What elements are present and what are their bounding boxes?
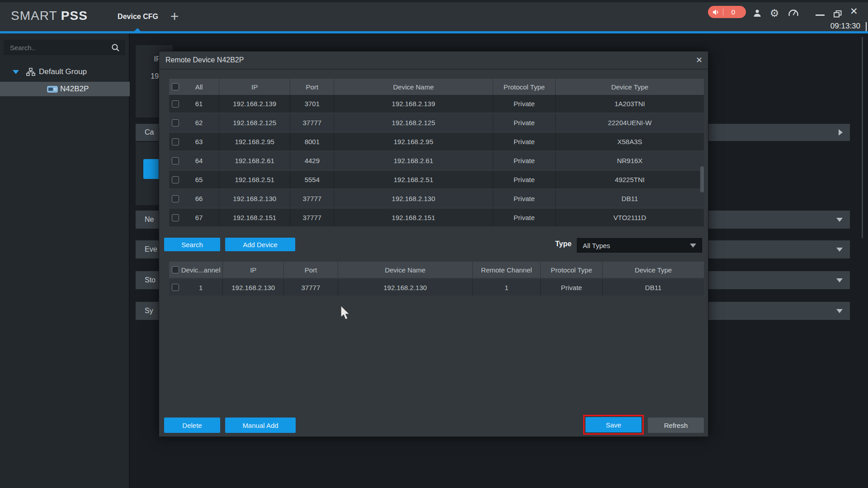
cell-type: NR916X [555, 152, 704, 169]
alarm-badge[interactable]: 0 [708, 6, 746, 18]
header-cell: IP [222, 262, 283, 278]
remote-device-dialog: Remote Device N42B2P ✕ AllIPPortDevice N… [159, 51, 708, 437]
header-cell: Remote Channel [472, 262, 540, 278]
dialog-close-icon[interactable]: ✕ [696, 55, 703, 65]
row-checkbox[interactable] [172, 119, 179, 127]
header-cell: Devic...annel [169, 262, 222, 278]
cell-ip: 192.168.2.151 [219, 209, 290, 226]
table-row[interactable]: 66192.168.2.13037777192.168.2.130Private… [169, 190, 704, 209]
table-row[interactable]: 67192.168.2.15137777192.168.2.151Private… [169, 209, 704, 228]
user-icon[interactable] [751, 7, 763, 19]
minimize-button[interactable] [816, 14, 825, 16]
cell-port: 37777 [290, 190, 334, 207]
select-all-checkbox[interactable] [172, 83, 179, 90]
chevron-down-icon[interactable] [836, 278, 843, 282]
sidebar-item-device-n42b2p[interactable]: N42B2P [0, 82, 130, 96]
cell-ip: 192.168.2.61 [219, 152, 290, 169]
header-cell: Port [290, 79, 334, 95]
cell-port: 8001 [290, 133, 334, 150]
header-label: All [179, 83, 219, 91]
delete-button[interactable]: Delete [164, 418, 220, 433]
dialog-title: Remote Device N42B2P [165, 56, 244, 64]
sidebar-item-default-group[interactable]: Default Group [0, 63, 130, 80]
cell-port: 37777 [290, 209, 334, 226]
save-button[interactable]: Save [585, 417, 642, 432]
table-row[interactable]: 62192.168.2.12537777192.168.2.125Private… [169, 114, 704, 133]
device-label: N42B2P [60, 84, 89, 94]
table-scrollbar-thumb[interactable] [700, 166, 704, 192]
cell-protocol: Private [493, 209, 555, 226]
edge-scroll-mark [866, 22, 867, 32]
row-checkbox[interactable] [172, 214, 179, 221]
table-row[interactable]: 65192.168.2.515554192.168.2.51Private492… [169, 171, 704, 190]
panel-network-label: Ne [145, 216, 154, 224]
chevron-right-icon[interactable] [839, 129, 843, 136]
panel-camera-label: Ca [145, 128, 154, 136]
cell-label: 67 [179, 214, 219, 221]
cell-protocol: Private [493, 152, 555, 169]
tab-device-cfg[interactable]: Device CFG [108, 2, 167, 31]
search-icon[interactable] [111, 43, 120, 52]
cell-no: 61 [169, 95, 219, 113]
page-scrollbar[interactable] [862, 37, 863, 238]
refresh-button[interactable]: Refresh [648, 418, 704, 433]
row-checkbox[interactable] [172, 100, 179, 108]
search-input[interactable]: Search.. [4, 40, 125, 55]
select-all-checkbox[interactable] [172, 266, 179, 273]
cell-name: 192.168.2.95 [334, 133, 492, 150]
row-checkbox[interactable] [172, 176, 179, 183]
cell-ip: 192.168.2.130 [219, 190, 290, 207]
header-cell: IP [219, 79, 290, 95]
cell-ip: 192.168.2.125 [219, 114, 290, 131]
device-tree-sidebar: Search.. Default Group N42B2P [0, 33, 130, 488]
tab-label: Device CFG [118, 13, 158, 21]
new-tab-button[interactable]: + [166, 7, 183, 26]
table-row[interactable]: 1192.168.2.13037777192.168.2.1301Private… [169, 279, 704, 296]
table-row[interactable]: 63192.168.2.958001192.168.2.95PrivateX58… [169, 133, 704, 152]
cell-label: 62 [179, 119, 219, 127]
nvr-device-icon [47, 86, 58, 93]
search-button[interactable]: Search [164, 238, 220, 251]
cell-name: 192.168.2.51 [334, 171, 492, 188]
cell-remote: 1 [472, 279, 540, 296]
title-bar: SMART PSS Device CFG + 0 ⚙ ✕ 09:13:30 [0, 0, 868, 31]
cell-label: 64 [179, 157, 219, 164]
dropdown-arrow-icon [690, 244, 696, 248]
chevron-down-icon[interactable] [836, 248, 843, 252]
table-header: Devic...annelIPPortDevice NameRemote Cha… [169, 262, 704, 278]
cell-no: 62 [169, 114, 219, 131]
save-highlight-annotation: Save [583, 415, 644, 435]
panel-event-label: Eve [145, 245, 157, 253]
gear-icon[interactable]: ⚙ [769, 7, 780, 19]
close-button[interactable]: ✕ [850, 6, 858, 17]
smart-pss-window: SMART PSS Device CFG + 0 ⚙ ✕ 09:13:30 [0, 0, 868, 488]
cell-type: 1A203TNI [555, 95, 704, 113]
cell-name: 192.168.2.151 [334, 209, 492, 226]
cell-name: 192.168.2.130 [334, 190, 492, 207]
expander-down-icon[interactable] [13, 70, 19, 74]
type-label: Type [555, 240, 571, 248]
chevron-down-icon[interactable] [836, 309, 843, 313]
cell-name: 192.168.2.130 [338, 279, 472, 296]
manual-add-button[interactable]: Manual Add [225, 418, 296, 433]
panel-storage-label: Sto [145, 276, 156, 284]
restore-button[interactable] [832, 8, 844, 20]
cell-type: 22204UENI-W [555, 114, 704, 131]
chevron-down-icon[interactable] [836, 218, 843, 222]
type-dropdown[interactable]: All Types [577, 238, 702, 253]
net-detect-gauge-icon[interactable] [788, 7, 799, 19]
cell-protocol: Private [493, 95, 555, 113]
cell-port: 4429 [290, 152, 334, 169]
table-row[interactable]: 61192.168.2.1393701192.168.2.139Private1… [169, 95, 704, 114]
header-cell: Device Name [334, 79, 492, 95]
row-checkbox[interactable] [172, 138, 179, 145]
row-checkbox[interactable] [172, 157, 179, 164]
header-cell: Device Type [555, 79, 704, 95]
table-row[interactable]: 64192.168.2.614429192.168.2.61PrivateNR9… [169, 152, 704, 171]
add-device-button[interactable]: Add Device [225, 238, 295, 251]
cell-type: DB11 [602, 279, 704, 296]
cell-type: X58A3S [555, 133, 704, 150]
row-checkbox[interactable] [172, 195, 179, 202]
row-checkbox[interactable] [172, 284, 179, 291]
group-tree-icon [26, 68, 35, 76]
